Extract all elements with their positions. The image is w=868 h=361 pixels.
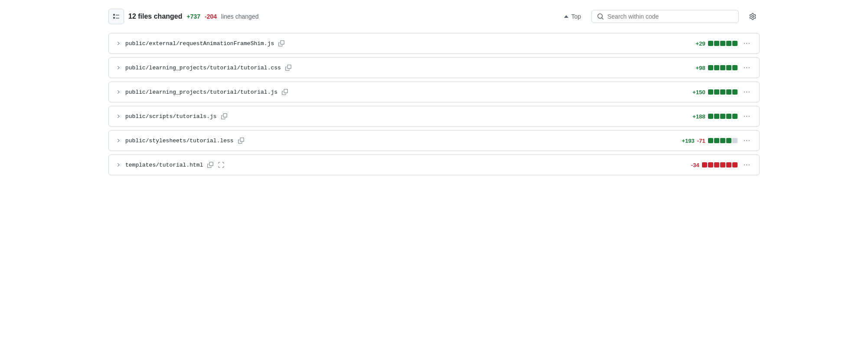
diff-block: [720, 162, 725, 167]
file-name: public/scripts/tutorials.js: [125, 113, 217, 120]
more-options-button[interactable]: ···: [742, 136, 752, 145]
deletions-badge: -34: [691, 162, 699, 168]
copy-icon[interactable]: [278, 40, 284, 46]
files-changed-label: 12 files changed: [128, 13, 183, 20]
file-row-left: public/scripts/tutorials.js: [116, 113, 227, 120]
top-button[interactable]: Top: [561, 10, 584, 23]
toggle-file-tree-button[interactable]: [108, 9, 124, 24]
toolbar-left: 12 files changed +737 -204 lines changed: [108, 9, 555, 24]
svg-rect-2: [116, 15, 119, 16]
diff-block: [720, 138, 725, 143]
chevron-right-icon[interactable]: [116, 162, 121, 167]
search-input[interactable]: [607, 13, 733, 20]
diff-stat: +150: [692, 89, 737, 95]
diff-blocks: [702, 162, 737, 167]
copy-icon[interactable]: [207, 162, 213, 168]
lines-changed-label: lines changed: [221, 13, 258, 20]
diff-block: [720, 65, 725, 70]
chevron-right-icon[interactable]: [116, 65, 121, 70]
page-container: 12 files changed +737 -204 lines changed…: [98, 0, 770, 184]
diff-block: [726, 89, 731, 95]
file-row-right: +29···: [696, 39, 752, 48]
copy-icon[interactable]: [285, 65, 291, 71]
diff-stat: -34: [691, 162, 737, 168]
diff-blocks: [708, 65, 737, 70]
file-row-left: public/learning_projects/tutorial/tutori…: [116, 89, 288, 95]
file-row: public/learning_projects/tutorial/tutori…: [108, 57, 760, 78]
file-row-right: -34···: [691, 160, 752, 170]
file-row-right: +98···: [696, 63, 752, 72]
file-list: public/external/requestAnimationFrameShi…: [108, 33, 760, 175]
diff-block: [702, 162, 707, 167]
diff-block: [720, 41, 725, 46]
top-button-label: Top: [571, 13, 581, 20]
diff-block: [726, 114, 731, 119]
svg-rect-1: [113, 17, 115, 19]
settings-button[interactable]: [746, 10, 760, 23]
diff-block: [726, 162, 731, 167]
additions-badge: +29: [696, 40, 705, 47]
diff-block: [714, 41, 719, 46]
arrow-up-icon: [564, 15, 568, 18]
more-options-button[interactable]: ···: [742, 39, 752, 48]
diff-block: [732, 162, 737, 167]
additions-count: +737: [187, 13, 201, 20]
file-row: public/learning_projects/tutorial/tutori…: [108, 82, 760, 102]
additions-badge: +188: [692, 113, 705, 120]
file-row-right: +150···: [692, 87, 752, 97]
diff-blocks: [708, 114, 737, 119]
diff-block: [720, 114, 725, 119]
file-tree-icon: [113, 13, 120, 20]
diff-block: [708, 114, 713, 119]
diff-block: [714, 114, 719, 119]
search-icon: [597, 13, 604, 20]
chevron-right-icon[interactable]: [116, 138, 121, 143]
chevron-right-icon[interactable]: [116, 89, 121, 95]
diff-block: [708, 65, 713, 70]
file-name: templates/tutorial.html: [125, 162, 203, 168]
file-row-left: public/external/requestAnimationFrameShi…: [116, 40, 284, 47]
diff-block: [726, 65, 731, 70]
expand-icon[interactable]: [218, 161, 225, 168]
diff-block: [726, 41, 731, 46]
search-box: [591, 10, 739, 23]
copy-icon[interactable]: [282, 89, 288, 95]
file-row: templates/tutorial.html-34···: [108, 154, 760, 175]
file-name: public/learning_projects/tutorial/tutori…: [125, 65, 281, 71]
diff-stat: +29: [696, 40, 737, 47]
chevron-right-icon[interactable]: [116, 41, 121, 46]
copy-icon[interactable]: [238, 138, 244, 144]
diff-block: [708, 41, 713, 46]
file-name: public/stylesheets/tutorial.less: [125, 138, 234, 144]
file-row: public/stylesheets/tutorial.less+193-71·…: [108, 130, 760, 151]
more-options-button[interactable]: ···: [742, 87, 752, 97]
diff-block: [714, 162, 719, 167]
diff-block: [726, 138, 731, 143]
file-row: public/scripts/tutorials.js+188···: [108, 106, 760, 127]
diff-block: [714, 65, 719, 70]
diff-blocks: [708, 89, 737, 95]
chevron-right-icon[interactable]: [116, 114, 121, 119]
file-row-left: templates/tutorial.html: [116, 161, 225, 168]
diff-block: [732, 114, 737, 119]
gear-icon: [749, 13, 756, 20]
file-name: public/external/requestAnimationFrameShi…: [125, 40, 274, 47]
diff-block: [720, 89, 725, 95]
diff-block: [732, 138, 737, 143]
copy-icon[interactable]: [221, 113, 227, 119]
more-options-button[interactable]: ···: [742, 112, 752, 121]
diff-block: [708, 162, 713, 167]
more-options-button[interactable]: ···: [742, 160, 752, 170]
svg-rect-0: [113, 14, 115, 16]
more-options-button[interactable]: ···: [742, 63, 752, 72]
svg-rect-3: [116, 18, 119, 19]
file-row: public/external/requestAnimationFrameShi…: [108, 33, 760, 54]
additions-badge: +150: [692, 89, 705, 95]
file-row-left: public/learning_projects/tutorial/tutori…: [116, 65, 291, 71]
diff-block: [732, 41, 737, 46]
diff-stat: +188: [692, 113, 737, 120]
diff-block: [708, 89, 713, 95]
file-row-left: public/stylesheets/tutorial.less: [116, 138, 244, 144]
diff-stat: +193-71: [682, 138, 737, 144]
diff-blocks: [708, 41, 737, 46]
